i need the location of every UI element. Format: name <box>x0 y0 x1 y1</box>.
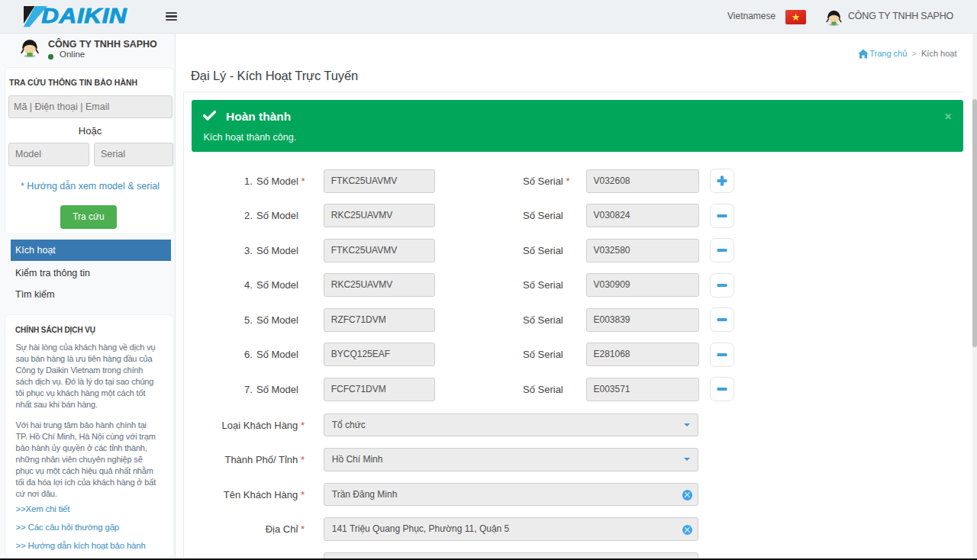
svg-text:DAIKIN: DAIKIN <box>41 4 127 27</box>
